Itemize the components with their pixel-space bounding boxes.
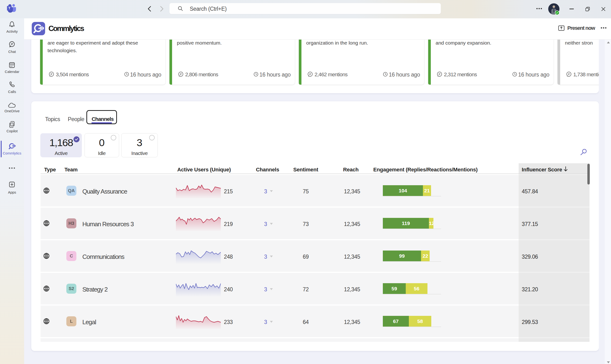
svg-text:T: T — [8, 6, 11, 10]
